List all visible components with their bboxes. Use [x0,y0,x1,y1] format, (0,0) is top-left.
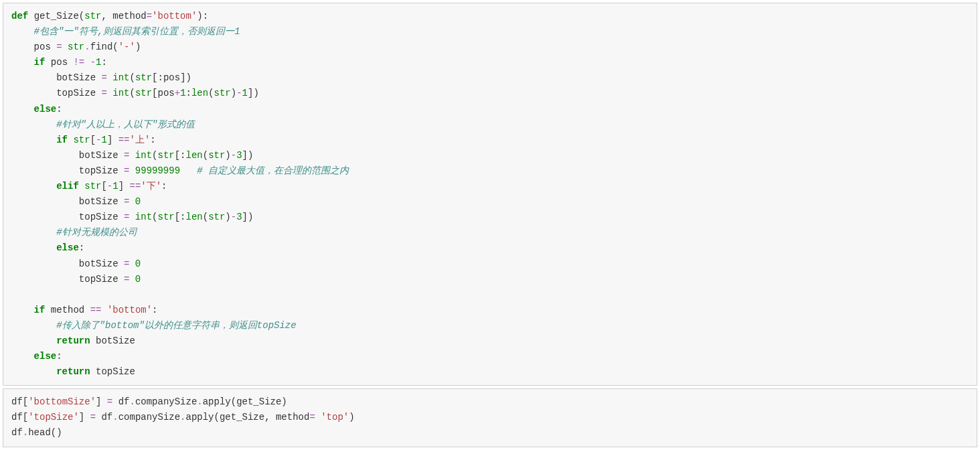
num-1: 1 [242,88,248,98]
colon: : [79,242,84,253]
op-dot: . [112,412,118,423]
op-dot: . [197,396,202,407]
comment-4: #针对无规模的公司 [56,227,137,238]
attr-companysize: companySize [135,396,197,407]
var-topsize: topSize [79,212,118,222]
method-apply: apply [186,412,214,423]
str-ident: str [208,150,225,161]
str-dash: '-' [118,42,135,52]
op-neg: - [107,181,112,192]
slice-colon: : [180,150,185,161]
op-assign: = [124,212,129,222]
op-dot: . [23,427,28,438]
op-assign: = [124,274,129,285]
comment-3: # 自定义最大值，在合理的范围之内 [197,165,349,176]
default-val: 'bottom' [152,11,197,21]
fn-len: len [186,212,203,222]
op-dot: . [180,412,185,423]
fn-ref: get_Size [220,412,264,423]
str-ident: str [157,150,174,161]
op-dot: . [84,42,90,52]
kw-return: return [56,366,90,377]
colon: : [161,181,167,192]
method-head: head [28,427,51,438]
var-topsize: topSize [79,165,118,176]
num-3: 3 [236,150,242,161]
str-ident: str [73,135,90,145]
op-assign: = [101,88,106,98]
kw-if: if [34,57,46,68]
var-botsize: botSize [56,72,96,83]
str-bottom: 'bottom' [107,305,152,315]
var-method: method [51,305,84,315]
var-botsize: botSize [79,258,118,269]
slice-colon: : [158,72,163,83]
comment-5: #传入除了"bottom"以外的任意字符串，则返回topSize [56,320,296,331]
num-1: 1 [101,135,106,145]
var-pos: pos [51,57,68,68]
str-ident: str [208,212,225,222]
num-0: 0 [135,196,141,207]
fn-int: int [112,72,129,83]
fn-len: len [186,150,203,161]
str-ident: str [214,88,231,98]
var-df: df [101,412,112,423]
comma: , [264,412,270,423]
str-ident: str [68,42,84,52]
kw-if: if [34,305,46,315]
num-0: 0 [135,258,141,269]
op-assign: = [124,196,129,207]
op-ne: != [73,57,84,68]
colon: : [56,104,62,115]
comment-1: #包含"一"符号,则返回其索引位置，否则返回一1 [34,26,240,37]
str-up: '上' [130,135,151,145]
var-botsize: botSize [79,196,118,207]
code-block-2: df['bottomSize'] = df.companySize.apply(… [3,388,977,447]
kw-else: else [34,104,57,115]
str-ident: str [84,181,101,192]
kw-if: if [56,135,68,145]
str-top: 'top' [321,412,349,423]
method-apply: apply [203,396,231,407]
slice-colon: : [180,212,185,222]
op-minus: - [236,88,242,98]
var-df: df [118,396,130,407]
op-eqeq: == [129,181,141,192]
var-pos: pos [158,88,175,98]
op-assign: = [101,72,106,83]
op-eqeq: == [118,135,130,145]
op-neg: - [90,57,96,68]
var-df: df [11,396,23,407]
fn-int: int [135,212,152,222]
num-0: 0 [135,274,141,285]
str-ident: str [135,88,152,98]
fn-ref: get_Size [236,396,281,407]
colon: : [152,305,157,315]
op-assign: = [107,396,112,407]
num-1: 1 [180,88,185,98]
str-down: '下' [141,181,161,192]
code-block-1: def get_Size(str, method='bottom'): #包含"… [3,3,977,386]
colon: : [203,11,208,21]
op-eq: = [147,11,152,21]
op-dot: . [129,396,135,407]
fn-int: int [135,150,152,161]
key-topsize: 'topSize' [28,412,79,423]
op-eq: = [309,412,315,423]
var-botsize: botSize [79,150,118,161]
num-3: 3 [236,212,242,222]
var-pos: pos [163,72,180,83]
colon: : [101,57,106,68]
fn-int: int [112,88,129,98]
op-assign: = [56,42,62,52]
kw-elif: elif [56,181,79,192]
var-df: df [11,427,23,438]
str-ident: str [135,72,152,83]
kwarg-method: method [276,412,309,423]
num-big: 99999999 [135,165,180,176]
op-minus: - [231,212,236,222]
method-find: find [90,42,113,52]
var-botsize: botSize [96,335,135,346]
op-assign: = [90,412,96,423]
colon: : [56,351,62,362]
